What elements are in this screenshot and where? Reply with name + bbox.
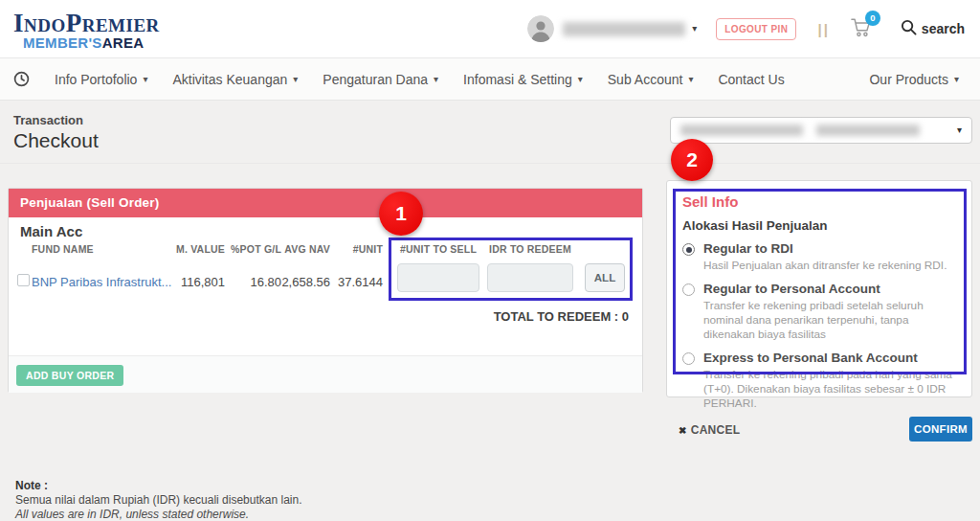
- fund-avg-nav: 2,658.56: [269, 275, 330, 289]
- option-description: Transfer ke rekening pribadi setelah sel…: [703, 299, 956, 342]
- note-line-1: Semua nilai dalam Rupiah (IDR) kecuali d…: [15, 493, 301, 508]
- nav-item-aktivitas-keuangan[interactable]: Aktivitas Keuangan▾: [172, 72, 298, 87]
- cart-button[interactable]: 0: [851, 17, 872, 41]
- account-number-redacted: [816, 125, 920, 136]
- avatar[interactable]: [527, 15, 554, 42]
- chevron-down-icon: ▾: [688, 75, 693, 84]
- note-line-2: All values are in IDR, unless stated oth…: [15, 508, 301, 521]
- breadcrumb: Transaction: [13, 113, 99, 127]
- header-divider: ||: [817, 21, 829, 37]
- nav-item-our-products[interactable]: Our Products▾: [869, 72, 959, 87]
- sell-info-title: Sell Info: [682, 193, 956, 210]
- header-actions: ▾ LOGOUT PIN || 0 search: [527, 15, 965, 42]
- search-label: search: [922, 21, 965, 36]
- select-caret-icon: ▾: [957, 125, 962, 135]
- unit-to-sell-input[interactable]: [397, 263, 479, 292]
- sell-info-panel: Sell Info Alokasi Hasil Penjualan Regula…: [666, 180, 972, 397]
- user-menu-caret-icon[interactable]: ▾: [692, 24, 697, 34]
- option-regular-to-personal: Regular to Personal Account Transfer ke …: [682, 282, 956, 342]
- sell-info-subtitle: Alokasi Hasil Penjualan: [682, 218, 956, 233]
- main-nav: Info Portofolio▾ Aktivitas Keuangan▾ Pen…: [0, 57, 980, 101]
- logout-pin-button[interactable]: LOGOUT PIN: [716, 18, 796, 40]
- radio-regular-to-personal[interactable]: [682, 283, 695, 296]
- chevron-down-icon: ▾: [143, 75, 147, 84]
- top-header: IndoPremier MEMBER'SAREA ▾ LOGOUT PIN ||…: [0, 0, 980, 57]
- fund-m-value: 116,801: [152, 275, 225, 289]
- sell-order-footer: ADD BUY ORDER: [9, 355, 642, 393]
- account-group-label: Main Acc: [20, 223, 82, 239]
- close-icon: ✖: [679, 425, 687, 436]
- cart-icon: [851, 24, 872, 40]
- column-header-unit: #UNIT: [326, 243, 383, 255]
- account-select[interactable]: ▾: [670, 117, 972, 144]
- cancel-button[interactable]: ✖ CANCEL: [679, 423, 741, 437]
- footer-note: Note : Semua nilai dalam Rupiah (IDR) ke…: [15, 479, 301, 521]
- annotation-badge-2: 2: [671, 139, 713, 181]
- account-name-redacted: [680, 125, 803, 136]
- chevron-down-icon: ▾: [293, 75, 298, 84]
- total-to-redeem: TOTAL TO REDEEM : 0: [494, 309, 629, 324]
- radio-regular-to-rdi[interactable]: [682, 243, 695, 256]
- option-regular-to-rdi: Regular to RDI Hasil Penjualan akan ditr…: [682, 241, 956, 273]
- sell-order-panel-title: Penjualan (Sell Order): [9, 189, 642, 217]
- heading-divider: [0, 163, 980, 164]
- search-button[interactable]: search: [901, 19, 965, 39]
- option-express-to-personal: Express to Personal Bank Account Transfe…: [682, 351, 956, 411]
- clock-icon[interactable]: [13, 71, 30, 87]
- fund-name-link[interactable]: BNP Paribas Infrastrukt...: [32, 275, 171, 289]
- annotation-badge-1: 1: [379, 192, 423, 236]
- page: IndoPremier MEMBER'SAREA ▾ LOGOUT PIN ||…: [0, 0, 980, 521]
- option-label[interactable]: Regular to RDI: [703, 241, 947, 257]
- sell-order-panel: Penjualan (Sell Order) Main Acc FUND NAM…: [8, 188, 643, 393]
- sell-info-content: Sell Info Alokasi Hasil Penjualan Regula…: [667, 181, 971, 411]
- all-button[interactable]: ALL: [585, 263, 625, 292]
- logo-subtitle: MEMBER'SAREA: [23, 35, 160, 50]
- page-title: Checkout: [13, 129, 99, 152]
- nav-item-sub-account[interactable]: Sub Account▾: [608, 72, 694, 87]
- logo-wordmark: IndoPremier: [13, 11, 160, 36]
- fund-units: 37.6144: [326, 275, 383, 289]
- idr-to-redeem-input[interactable]: [487, 263, 573, 292]
- nav-item-infomasi-setting[interactable]: Infomasi & Setting▾: [463, 72, 583, 87]
- column-header-fund-name: FUND NAME: [32, 243, 94, 255]
- column-header-unit-to-sell: #UNIT TO SELL: [397, 243, 479, 255]
- confirm-button[interactable]: CONFIRM: [909, 417, 972, 442]
- nav-item-contact-us[interactable]: Contact Us: [718, 72, 784, 87]
- fund-row-checkbox[interactable]: [17, 274, 30, 286]
- option-description: Transfer ke rekening pribadi pada hari y…: [703, 368, 956, 411]
- column-header-m-value: M. VALUE: [152, 243, 225, 255]
- user-name-redacted[interactable]: [563, 22, 685, 36]
- add-buy-order-button[interactable]: ADD BUY ORDER: [16, 365, 123, 386]
- column-header-avg-nav: AVG NAV: [269, 243, 330, 255]
- nav-item-pengaturan-dana[interactable]: Pengaturan Dana▾: [323, 72, 438, 87]
- search-icon: [901, 19, 917, 39]
- option-label[interactable]: Regular to Personal Account: [703, 282, 956, 297]
- chevron-down-icon: ▾: [434, 75, 438, 84]
- option-description: Hasil Penjualan akan ditransfer ke reken…: [703, 259, 947, 273]
- page-heading: Transaction Checkout: [13, 113, 99, 152]
- note-title: Note :: [15, 479, 301, 493]
- chevron-down-icon: ▾: [578, 75, 583, 84]
- chevron-down-icon: ▾: [954, 75, 959, 84]
- logo[interactable]: IndoPremier MEMBER'SAREA: [13, 9, 160, 50]
- cart-count-badge: 0: [865, 11, 880, 26]
- nav-item-info-portofolio[interactable]: Info Portofolio▾: [55, 72, 147, 87]
- radio-express-to-personal[interactable]: [682, 352, 695, 365]
- column-header-idr-to-redeem: IDR TO REDEEM: [487, 243, 573, 255]
- option-label[interactable]: Express to Personal Bank Account: [703, 351, 956, 366]
